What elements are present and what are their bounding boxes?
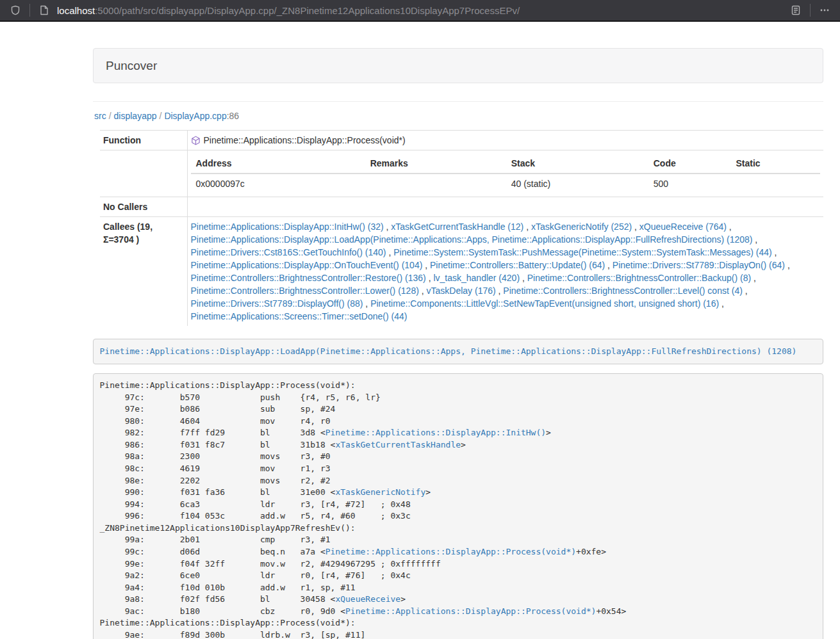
signature-link[interactable]: Pinetime::Applications::DisplayApp::Load… — [100, 346, 797, 356]
column-header-static: Static — [730, 154, 820, 174]
callers-cell — [187, 197, 823, 217]
shield-icon[interactable] — [6, 2, 24, 19]
browser-url-bar: localhost:5000/path/src/displayapp/Displ… — [0, 0, 840, 22]
callee-link[interactable]: Pinetime::Applications::DisplayApp::OnTo… — [191, 260, 423, 270]
breadcrumb-link-file[interactable]: DisplayApp.cpp — [164, 111, 226, 121]
page-icon[interactable] — [35, 2, 53, 19]
callee-link[interactable]: Pinetime::Drivers::St7789::DisplayOn() (… — [613, 260, 785, 270]
empty-cell — [100, 150, 187, 197]
callee-link[interactable]: Pinetime::Controllers::BrightnessControl… — [527, 273, 751, 283]
callees-label: Callees (19, Σ=3704 ) — [100, 217, 187, 327]
breadcrumb: src/displayapp/DisplayApp.cpp:86 — [94, 109, 823, 122]
callee-link[interactable]: Pinetime::Drivers::Cst816S::GetTouchInfo… — [191, 247, 386, 257]
asm-symbol-link[interactable]: Pinetime::Applications::DisplayApp::Proc… — [345, 606, 596, 616]
page-title: Puncover — [106, 59, 157, 72]
breadcrumb-separator: / — [160, 111, 162, 121]
callee-link[interactable]: vTaskDelay (176) — [427, 286, 496, 296]
callee-link[interactable]: Pinetime::Drivers::St7789::DisplayOff() … — [191, 298, 363, 309]
overflow-menu-icon[interactable] — [816, 2, 834, 19]
assembly-code: Pinetime::Applications::DisplayApp::Proc… — [93, 373, 823, 639]
callee-link[interactable]: xTaskGenericNotify (252) — [531, 222, 632, 232]
callee-link[interactable]: Pinetime::Controllers::BrightnessControl… — [191, 286, 419, 296]
callee-link[interactable]: Pinetime::Controllers::BrightnessControl… — [503, 286, 742, 296]
callee-link[interactable]: Pinetime::Applications::DisplayApp::Load… — [191, 234, 753, 245]
bar-divider — [29, 4, 30, 17]
breadcrumb-line-number: :86 — [227, 111, 239, 121]
callee-link[interactable]: Pinetime::Components::LittleVgl::SetNewT… — [370, 298, 719, 309]
asm-symbol-link[interactable]: xQueueReceive — [335, 594, 400, 604]
divider — [93, 101, 823, 102]
asm-symbol-link[interactable]: Pinetime::Applications::DisplayApp::Init… — [325, 428, 546, 437]
no-callers-label: No Callers — [100, 197, 187, 217]
bar-divider — [810, 4, 811, 17]
callee-link[interactable]: Pinetime::Applications::Screens::Timer::… — [191, 311, 408, 321]
breadcrumb-link-displayapp[interactable]: displayapp — [114, 111, 157, 121]
table-row: Callees (19, Σ=3704 ) Pinetime::Applicat… — [100, 217, 823, 327]
table-row: No Callers — [100, 197, 823, 217]
stack-value: 40 (static) — [506, 174, 648, 193]
callee-link[interactable]: Pinetime::Applications::DisplayApp::Init… — [191, 222, 384, 232]
column-header-stack: Stack — [506, 154, 648, 174]
callee-link[interactable]: Pinetime::Controllers::BrightnessControl… — [191, 273, 426, 283]
reader-mode-icon[interactable] — [787, 2, 805, 19]
callee-link[interactable]: xQueueReceive (764) — [639, 222, 727, 232]
breadcrumb-separator: / — [109, 111, 111, 121]
url-text[interactable]: localhost:5000/path/src/displayapp/Displ… — [57, 5, 787, 16]
column-header-address: Address — [191, 154, 365, 174]
asm-symbol-link[interactable]: xTaskGenericNotify — [335, 487, 425, 497]
callees-list: Pinetime::Applications::DisplayApp::Init… — [187, 217, 823, 327]
code-size-value: 500 — [648, 174, 731, 193]
function-table: Function Pinetime::Applications::Display… — [100, 130, 823, 326]
function-name: Pinetime::Applications::DisplayApp::Proc… — [204, 135, 406, 145]
callee-link[interactable]: lv_task_handler (420) — [433, 273, 520, 283]
column-header-remarks: Remarks — [365, 154, 506, 174]
url-path: :5000/path/src/displayapp/DisplayApp.cpp… — [95, 5, 520, 16]
table-row: 0x0000097c 40 (static) 500 — [191, 174, 821, 193]
asm-symbol-link[interactable]: xTaskGetCurrentTaskHandle — [335, 440, 461, 449]
static-value — [730, 174, 820, 193]
callee-link[interactable]: Pinetime::Controllers::Battery::Update()… — [430, 260, 605, 270]
callee-link[interactable]: Pinetime::System::SystemTask::PushMessag… — [393, 247, 772, 257]
callee-link[interactable]: xTaskGetCurrentTaskHandle (12) — [391, 222, 523, 232]
address-value: 0x0000097c — [191, 174, 365, 193]
table-row: Function Pinetime::Applications::Display… — [100, 131, 823, 150]
remarks-value — [365, 174, 506, 193]
table-row: Address Remarks Stack Code Static 0x0000… — [100, 150, 823, 197]
cube-icon — [191, 136, 201, 145]
signature-snippet: Pinetime::Applications::DisplayApp::Load… — [93, 339, 823, 364]
asm-symbol-link[interactable]: Pinetime::Applications::DisplayApp::Proc… — [325, 547, 576, 556]
app-header: Puncover — [93, 48, 823, 83]
url-host: localhost — [57, 5, 95, 16]
column-header-code: Code — [648, 154, 731, 174]
address-table: Address Remarks Stack Code Static 0x0000… — [191, 154, 821, 193]
breadcrumb-link-src[interactable]: src — [94, 111, 106, 121]
function-label: Function — [100, 131, 187, 150]
